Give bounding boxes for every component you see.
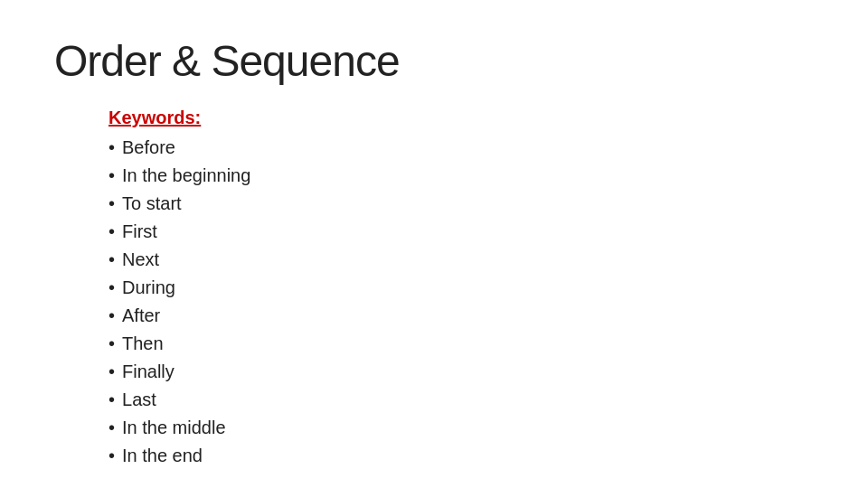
bullet-item: During <box>108 274 814 302</box>
bullet-item: Before <box>108 134 814 162</box>
bullet-item: In the beginning <box>108 162 814 190</box>
bullet-item: In the middle <box>108 414 814 442</box>
bullet-item: To start <box>108 190 814 218</box>
slide-title: Order & Sequence <box>54 36 814 86</box>
bullet-item: Then <box>108 330 814 358</box>
bullet-item: After <box>108 302 814 330</box>
bullet-item: Finally <box>108 358 814 386</box>
bullet-item: Next <box>108 246 814 274</box>
slide: Order & Sequence Keywords: BeforeIn the … <box>0 0 868 488</box>
bullet-item: First <box>108 218 814 246</box>
bullet-item: Last <box>108 386 814 414</box>
bullet-item: In the end <box>108 442 814 470</box>
content-area: Keywords: BeforeIn the beginningTo start… <box>54 108 814 470</box>
bullet-list: BeforeIn the beginningTo startFirstNextD… <box>108 134 814 470</box>
keywords-label: Keywords: <box>108 108 814 128</box>
